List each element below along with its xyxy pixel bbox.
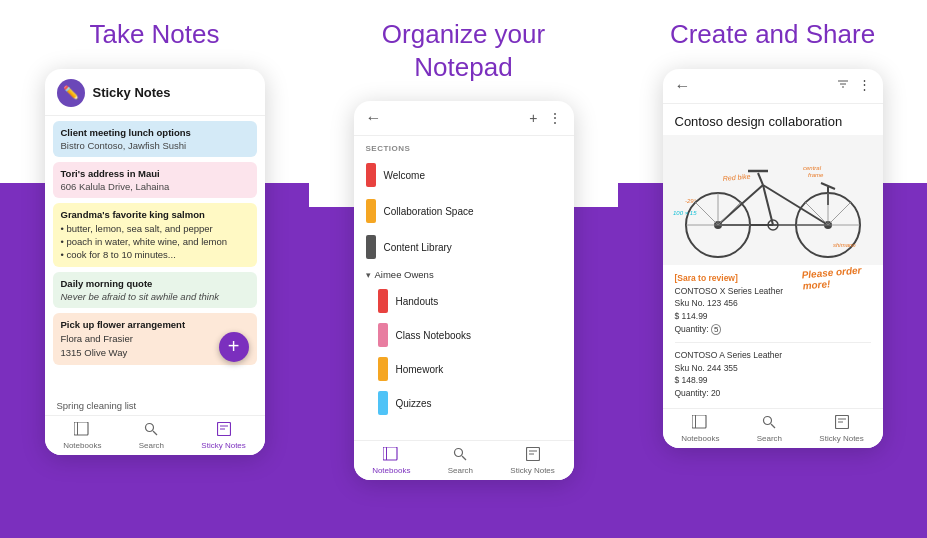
panel-2-phone-wrapper: ← + ⋮ SECTIONS Welcome Collaboration Spa… [309, 97, 618, 538]
add-note-fab[interactable]: + [219, 332, 249, 362]
bottom-nav-2: Notebooks Search Sticky Notes [354, 440, 574, 480]
search-icon-3 [762, 415, 776, 432]
svg-rect-50 [695, 415, 696, 428]
search-icon-1 [144, 422, 158, 439]
svg-line-10 [462, 456, 466, 460]
classnotebooks-label: Class Notebooks [396, 330, 472, 341]
product-divider [675, 342, 871, 343]
svg-line-52 [771, 424, 775, 428]
svg-rect-7 [383, 447, 397, 460]
search-icon-2 [453, 447, 467, 464]
nav-sticky-label-2: Sticky Notes [510, 466, 554, 475]
sub-classnotebooks[interactable]: Class Notebooks [354, 318, 574, 352]
product-notes: [Sara to review] CONTOSO X Series Leathe… [663, 265, 883, 408]
content-label: Content Library [384, 242, 452, 253]
filter-icon-3[interactable] [836, 77, 850, 94]
sub-quizzes[interactable]: Quizzes [354, 386, 574, 420]
main-container: Take Notes ✏️ Sticky Notes Client meetin… [0, 0, 927, 538]
panel-share: Create and Share ← ⋮ Contoso design coll… [618, 0, 927, 538]
nav-search-label-2: Search [448, 466, 473, 475]
back-icon-2[interactable]: ← [366, 109, 382, 127]
svg-text:-29°: -29° [685, 198, 697, 204]
back-icon-3[interactable]: ← [675, 77, 691, 95]
section-content[interactable]: Content Library [354, 229, 574, 265]
quizzes-label: Quizzes [396, 398, 432, 409]
welcome-label: Welcome [384, 170, 426, 181]
sticky-note-3[interactable]: Grandma's favorite king salmon • butter,… [53, 203, 257, 268]
bottom-nav-1: Notebooks Search Sticky Notes [45, 415, 265, 455]
nav-sticky-1[interactable]: Sticky Notes [201, 422, 245, 450]
please-order-annotation: Please ordermore! [802, 264, 864, 291]
note-4-title: Daily morning quote [61, 278, 249, 289]
nav-notebooks-1[interactable]: Notebooks [63, 422, 101, 450]
share-doc-title: Contoso design collaboration [663, 104, 883, 135]
sticky-notes-title: Sticky Notes [93, 85, 171, 100]
note-2-subtitle: 606 Kalula Drive, Lahaina [61, 181, 249, 192]
sticky-note-1[interactable]: Client meeting lunch options Bistro Cont… [53, 121, 257, 157]
nav-sticky-3[interactable]: Sticky Notes [819, 415, 863, 443]
content-dot [366, 235, 376, 259]
panel-1-phone-wrapper: ✏️ Sticky Notes Client meeting lunch opt… [0, 65, 309, 539]
panel-1-phone: ✏️ Sticky Notes Client meeting lunch opt… [45, 69, 265, 455]
svg-rect-8 [386, 447, 387, 460]
nav-notebooks-label-3: Notebooks [681, 434, 719, 443]
nav-notebooks-label-1: Notebooks [63, 441, 101, 450]
group-aimee[interactable]: ▾ Aimee Owens [354, 265, 574, 284]
onenote-sections-header: ← + ⋮ [354, 101, 574, 136]
onenote-header-icons: + ⋮ [529, 110, 561, 126]
classnotebooks-dot [378, 323, 388, 347]
note-1-title: Client meeting lunch options [61, 127, 249, 138]
share-header: ← ⋮ [663, 69, 883, 104]
welcome-dot [366, 163, 376, 187]
handouts-dot [378, 289, 388, 313]
section-collab[interactable]: Collaboration Space [354, 193, 574, 229]
sub-handouts[interactable]: Handouts [354, 284, 574, 318]
add-icon-2[interactable]: + [529, 110, 537, 126]
sticky-notes-icon: ✏️ [57, 79, 85, 107]
bike-sketch-area: Red bike 100 × 15 central frame shimano … [663, 135, 883, 265]
sticky-icon-2 [526, 447, 540, 464]
nav-search-2[interactable]: Search [448, 447, 473, 475]
sub-homework[interactable]: Homework [354, 352, 574, 386]
overflow-note: Spring cleaning list [45, 398, 265, 415]
svg-text:100 × 15: 100 × 15 [673, 210, 697, 216]
homework-dot [378, 357, 388, 381]
nav-notebooks-2[interactable]: Notebooks [372, 447, 410, 475]
panel-2-phone: ← + ⋮ SECTIONS Welcome Collaboration Spa… [354, 101, 574, 480]
group-name: Aimee Owens [375, 269, 434, 280]
svg-text:frame: frame [808, 172, 824, 178]
section-welcome[interactable]: Welcome [354, 157, 574, 193]
more-icon-2[interactable]: ⋮ [548, 110, 562, 126]
svg-line-3 [153, 431, 157, 435]
more-icon-3[interactable]: ⋮ [858, 77, 871, 94]
svg-rect-0 [74, 422, 88, 435]
svg-text:central: central [803, 165, 822, 171]
note-4-italic: Never be afraid to sit awhile and think [61, 291, 249, 302]
svg-point-51 [764, 416, 772, 424]
note-2-title: Tori's address in Maui [61, 168, 249, 179]
notebooks-icon-3 [692, 415, 708, 432]
nav-sticky-label-3: Sticky Notes [819, 434, 863, 443]
svg-point-2 [146, 423, 154, 431]
note-1-subtitle: Bistro Contoso, Jawfish Sushi [61, 140, 249, 151]
nav-search-1[interactable]: Search [139, 422, 164, 450]
sticky-note-4[interactable]: Daily morning quote Never be afraid to s… [53, 272, 257, 308]
sections-label: SECTIONS [354, 136, 574, 157]
quizzes-dot [378, 391, 388, 415]
collab-dot [366, 199, 376, 223]
sticky-icon-1 [217, 422, 231, 439]
nav-search-3[interactable]: Search [757, 415, 782, 443]
sticky-notes-header: ✏️ Sticky Notes [45, 69, 265, 116]
panel-3-phone-wrapper: ← ⋮ Contoso design collaboration [618, 65, 927, 539]
nav-search-label-1: Search [139, 441, 164, 450]
panel-organize: Organize yourNotepad ← + ⋮ SECTIONS Welc… [309, 0, 618, 538]
sticky-icon-3 [835, 415, 849, 432]
svg-point-9 [455, 449, 463, 457]
nav-notebooks-3[interactable]: Notebooks [681, 415, 719, 443]
bottom-nav-3: Notebooks Search Sticky Notes [663, 408, 883, 448]
notebooks-icon-2 [383, 447, 399, 464]
panel-2-title: Organize yourNotepad [362, 0, 565, 97]
nav-sticky-2[interactable]: Sticky Notes [510, 447, 554, 475]
sticky-note-2[interactable]: Tori's address in Maui 606 Kalula Drive,… [53, 162, 257, 198]
product-1-text: CONTOSO X Series LeatherSku No. 123 456$… [675, 285, 871, 336]
